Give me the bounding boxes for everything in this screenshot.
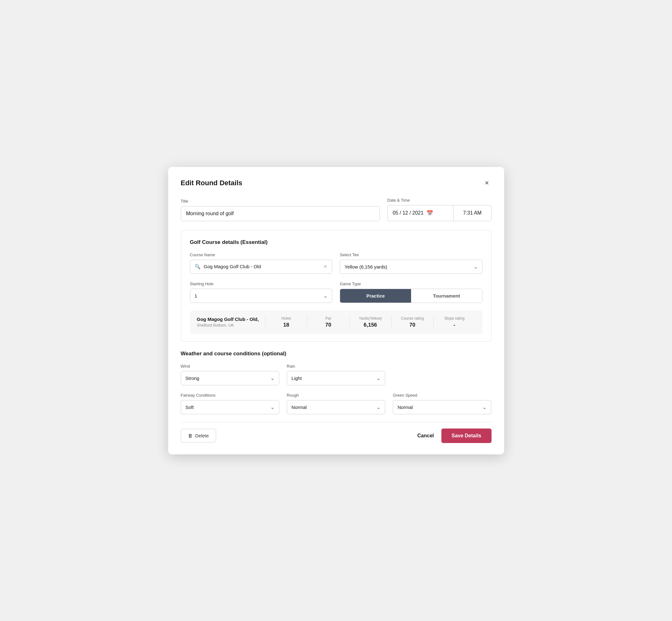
course-info-row: Gog Magog Golf Club - Old, Shelford Bott… bbox=[190, 310, 482, 334]
date-input[interactable]: 05 / 12 / 2021 📅 bbox=[387, 205, 454, 221]
holes-stat: Holes 18 bbox=[265, 316, 307, 328]
wind-value: Strong bbox=[185, 375, 199, 381]
course-tee-row: Course Name 🔍 ✕ Select Tee Yellow (6,156… bbox=[190, 252, 482, 274]
search-icon: 🔍 bbox=[195, 264, 201, 270]
delete-button[interactable]: 🗑 Delete bbox=[181, 429, 216, 443]
chevron-down-icon: ⌄ bbox=[482, 404, 487, 410]
time-input[interactable]: 7:31 AM bbox=[454, 205, 492, 221]
modal-header: Edit Round Details × bbox=[181, 178, 492, 188]
chevron-down-icon: ⌄ bbox=[473, 264, 478, 270]
chevron-down-icon: ⌄ bbox=[376, 375, 380, 381]
time-value: 7:31 AM bbox=[463, 210, 482, 216]
game-type-toggle: Practice Tournament bbox=[340, 289, 482, 303]
select-tee-value: Yellow (6,156 yards) bbox=[344, 264, 387, 270]
select-tee-group: Select Tee Yellow (6,156 yards) ⌄ bbox=[340, 252, 482, 274]
rain-value: Light bbox=[292, 375, 302, 381]
rough-group: Rough Normal ⌄ bbox=[287, 393, 385, 414]
rain-label: Rain bbox=[287, 364, 385, 369]
clear-course-icon[interactable]: ✕ bbox=[323, 264, 328, 270]
green-speed-group: Green Speed Normal ⌄ bbox=[393, 393, 491, 414]
delete-label: Delete bbox=[195, 433, 209, 438]
rain-group: Rain Light ⌄ bbox=[287, 364, 385, 385]
slope-rating-stat: Slope rating - bbox=[433, 316, 475, 328]
yards-label: Yards(Yellow) bbox=[353, 316, 387, 321]
practice-button[interactable]: Practice bbox=[340, 289, 411, 303]
course-name-input[interactable] bbox=[204, 264, 321, 269]
modal-footer: 🗑 Delete Cancel Save Details bbox=[181, 422, 492, 443]
select-tee-dropdown[interactable]: Yellow (6,156 yards) ⌄ bbox=[340, 260, 482, 274]
par-label: Par bbox=[311, 316, 345, 321]
rain-dropdown[interactable]: Light ⌄ bbox=[287, 371, 385, 385]
green-speed-label: Green Speed bbox=[393, 393, 491, 398]
fairway-label: Fairway Conditions bbox=[181, 393, 279, 398]
starting-hole-group: Starting Hole 1 ⌄ bbox=[190, 282, 333, 303]
par-value: 70 bbox=[311, 322, 345, 328]
slope-rating-label: Slope rating bbox=[437, 316, 471, 321]
game-type-label: Game Type bbox=[340, 282, 482, 286]
course-name-group: Course Name 🔍 ✕ bbox=[190, 252, 333, 274]
slope-rating-value: - bbox=[437, 322, 471, 328]
datetime-label: Date & Time bbox=[387, 198, 492, 203]
course-name-main: Gog Magog Golf Club - Old, bbox=[197, 317, 265, 322]
wind-rain-row: Wind Strong ⌄ Rain Light ⌄ bbox=[181, 364, 492, 385]
tournament-button[interactable]: Tournament bbox=[411, 289, 482, 303]
green-speed-value: Normal bbox=[397, 405, 413, 410]
fairway-dropdown[interactable]: Soft ⌄ bbox=[181, 400, 279, 414]
course-name-label: Course Name bbox=[190, 252, 333, 257]
fairway-rough-green-row: Fairway Conditions Soft ⌄ Rough Normal ⌄… bbox=[181, 393, 492, 414]
modal-title: Edit Round Details bbox=[181, 179, 243, 187]
starting-hole-value: 1 bbox=[195, 293, 197, 298]
datetime-inner: 05 / 12 / 2021 📅 7:31 AM bbox=[387, 205, 492, 221]
title-label: Title bbox=[181, 199, 380, 204]
rough-label: Rough bbox=[287, 393, 385, 398]
par-stat: Par 70 bbox=[307, 316, 349, 328]
edit-round-modal: Edit Round Details × Title Date & Time 0… bbox=[168, 167, 504, 454]
save-button[interactable]: Save Details bbox=[442, 428, 491, 443]
course-rating-label: Course rating bbox=[395, 316, 429, 321]
course-location: Shelford Bottom, UK bbox=[197, 323, 265, 328]
datetime-group-wrap: Date & Time 05 / 12 / 2021 📅 7:31 AM bbox=[387, 198, 492, 221]
fairway-group: Fairway Conditions Soft ⌄ bbox=[181, 393, 279, 414]
green-speed-dropdown[interactable]: Normal ⌄ bbox=[393, 400, 491, 414]
game-type-group: Game Type Practice Tournament bbox=[340, 282, 482, 303]
calendar-icon: 📅 bbox=[426, 210, 433, 216]
rough-dropdown[interactable]: Normal ⌄ bbox=[287, 400, 385, 414]
starting-hole-dropdown[interactable]: 1 ⌄ bbox=[190, 289, 333, 303]
chevron-down-icon: ⌄ bbox=[270, 404, 275, 410]
golf-course-section: Golf Course details (Essential) Course N… bbox=[181, 230, 492, 342]
course-name-block: Gog Magog Golf Club - Old, Shelford Bott… bbox=[197, 317, 265, 328]
holes-value: 18 bbox=[269, 322, 303, 328]
course-rating-value: 70 bbox=[395, 322, 429, 328]
course-name-input-wrap[interactable]: 🔍 ✕ bbox=[190, 260, 333, 274]
chevron-down-icon: ⌄ bbox=[323, 293, 328, 299]
date-value: 05 / 12 / 2021 bbox=[393, 210, 424, 216]
cancel-button[interactable]: Cancel bbox=[417, 433, 434, 439]
top-fields: Title Date & Time 05 / 12 / 2021 📅 7:31 … bbox=[181, 198, 492, 221]
holes-label: Holes bbox=[269, 316, 303, 321]
rough-value: Normal bbox=[292, 405, 307, 410]
title-group: Title bbox=[181, 199, 380, 221]
hole-gametype-row: Starting Hole 1 ⌄ Game Type Practice Tou… bbox=[190, 282, 482, 303]
yards-stat: Yards(Yellow) 6,156 bbox=[349, 316, 391, 328]
wind-dropdown[interactable]: Strong ⌄ bbox=[181, 371, 279, 385]
weather-section: Weather and course conditions (optional)… bbox=[181, 350, 492, 414]
close-button[interactable]: × bbox=[482, 178, 492, 188]
wind-group: Wind Strong ⌄ bbox=[181, 364, 279, 385]
yards-value: 6,156 bbox=[353, 322, 387, 328]
fairway-value: Soft bbox=[185, 405, 194, 410]
starting-hole-label: Starting Hole bbox=[190, 282, 333, 286]
course-rating-stat: Course rating 70 bbox=[391, 316, 433, 328]
weather-spacer bbox=[393, 364, 491, 385]
chevron-down-icon: ⌄ bbox=[376, 404, 380, 410]
title-input[interactable] bbox=[181, 206, 380, 221]
weather-section-title: Weather and course conditions (optional) bbox=[181, 350, 492, 357]
wind-label: Wind bbox=[181, 364, 279, 369]
golf-section-title: Golf Course details (Essential) bbox=[190, 239, 482, 246]
footer-right: Cancel Save Details bbox=[417, 428, 492, 443]
select-tee-label: Select Tee bbox=[340, 252, 482, 257]
trash-icon: 🗑 bbox=[188, 433, 193, 438]
chevron-down-icon: ⌄ bbox=[270, 375, 275, 381]
